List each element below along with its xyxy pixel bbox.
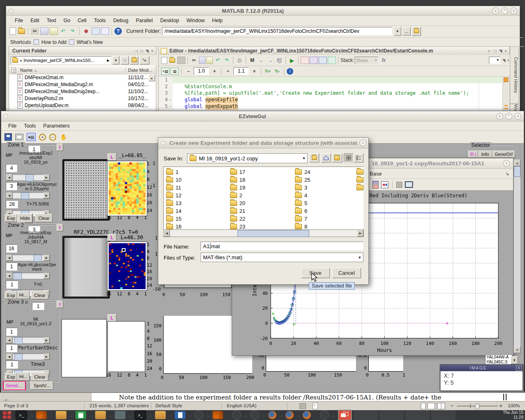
divide-icon[interactable]: ÷: [224, 68, 232, 75]
zoom-slider-thumb[interactable]: [475, 404, 479, 409]
step-icon[interactable]: [310, 57, 318, 64]
zone2-media-slider[interactable]: ◀▶: [6, 272, 50, 279]
path-dropdown-icon[interactable]: ▼: [394, 27, 401, 36]
paste-icon[interactable]: [50, 27, 58, 35]
folder-item-partial[interactable]: [356, 168, 363, 176]
pin-icon[interactable]: ⊢: [488, 49, 492, 53]
zone1-media-slider[interactable]: ◀▶: [6, 192, 50, 199]
matlab-menu-item[interactable]: Text: [43, 17, 60, 24]
close-icon[interactable]: X: [516, 365, 522, 371]
zone2-mp-value[interactable]: 16: [6, 244, 17, 253]
zone2-l-button[interactable]: L: [107, 234, 116, 241]
selector-gene-orf-button[interactable]: Gene/Orf: [492, 151, 515, 158]
taskbar-icon-circle[interactable]: [320, 411, 329, 420]
matlab-menu-item[interactable]: Desktop: [157, 17, 183, 24]
folder-item[interactable]: 11: [166, 184, 228, 192]
taskbar-icon-doc[interactable]: [175, 411, 185, 419]
zone1-media-value[interactable]: 3: [6, 182, 17, 190]
find-icon[interactable]: M: [248, 57, 256, 64]
zone3-media-value[interactable]: 1: [6, 344, 17, 352]
multiply-icon[interactable]: ×: [250, 68, 258, 75]
taskbar-icon-firefox[interactable]: [285, 411, 294, 419]
zone2-mp-slider[interactable]: ◀▶: [6, 254, 50, 261]
taskbar-icon-matlab[interactable]: [212, 411, 223, 419]
zoom-out-icon[interactable]: −: [450, 402, 454, 409]
zone3-mp-value[interactable]: 1: [6, 328, 17, 336]
file-name[interactable]: DMPexcel2mat.m: [23, 75, 128, 80]
file-name[interactable]: DoverlayPlots2.m: [23, 96, 128, 101]
cell-mode-combo[interactable]: ▼: [489, 57, 500, 64]
list-view-icon[interactable]: [354, 153, 363, 162]
scroll-up-icon[interactable]: ▲: [148, 75, 155, 81]
name-column-header[interactable]: Name: [16, 68, 33, 73]
zoom-in-icon[interactable]: +: [499, 402, 502, 409]
folder-item-partial[interactable]: [356, 176, 363, 184]
language-indicator[interactable]: English (USA): [227, 403, 256, 408]
maximize-icon[interactable]: ^: [501, 7, 508, 14]
folder-item[interactable]: 2: [230, 192, 292, 199]
file-row[interactable]: DpertsUploadDev.m 08/04/2...: [9, 102, 156, 109]
scrollbar-thumb[interactable]: [514, 166, 520, 177]
folder-item[interactable]: 4: [295, 192, 356, 199]
zone3-index-field[interactable]: 1: [32, 302, 44, 310]
copy-icon[interactable]: [40, 27, 48, 35]
zone3-media-slider[interactable]: ◀▶: [6, 353, 50, 360]
zone1-hide-button[interactable]: Hide: [17, 213, 33, 223]
folder-item[interactable]: 24: [295, 168, 356, 176]
matlab-menu-item[interactable]: Cell: [74, 17, 90, 24]
zone3-i-button[interactable]: I: [57, 301, 63, 308]
folder-item[interactable]: 7: [295, 215, 356, 223]
taskbar-icon-folder[interactable]: [56, 411, 66, 419]
copy-icon[interactable]: [199, 57, 205, 64]
matlab-menu-item[interactable]: Tools: [90, 17, 110, 24]
folder-item[interactable]: 5: [295, 199, 356, 207]
pan-hand-icon[interactable]: ✋: [59, 133, 68, 141]
cancel-button[interactable]: Cancel: [332, 268, 361, 278]
redo-icon[interactable]: ↷: [68, 27, 77, 35]
gene-list-dropdown-icon[interactable]: ▼: [511, 356, 518, 364]
new-folder-icon[interactable]: *: [332, 153, 342, 162]
taskbar-icon-matlab[interactable]: [36, 411, 47, 419]
zone1-mp-value[interactable]: 4: [6, 164, 17, 172]
paste-icon[interactable]: [206, 57, 213, 64]
print-icon[interactable]: ⎙: [235, 57, 244, 64]
breadcrumb-dropdown-icon[interactable]: ▼: [112, 56, 119, 64]
resize-corner-icon[interactable]: ↘: [505, 171, 513, 176]
zone2-hide-button[interactable]: Hi...: [17, 291, 30, 299]
ez-menu-item[interactable]: File: [5, 122, 20, 130]
matlab-menu-item[interactable]: Edit: [27, 17, 43, 24]
increase-icon[interactable]: +: [210, 68, 219, 75]
zone3-heatmap-empty[interactable]: [107, 321, 145, 372]
help-icon[interactable]: ?: [114, 27, 122, 35]
undock-icon[interactable]: ◥: [145, 49, 148, 53]
close-icon[interactable]: x: [514, 113, 521, 120]
folder-item[interactable]: 15: [166, 215, 228, 223]
shortcut-icon[interactable]: [69, 39, 74, 45]
cut-icon[interactable]: ✂: [190, 57, 198, 64]
zoom-out-icon[interactable]: −: [49, 134, 56, 141]
undo-icon[interactable]: ↶: [59, 27, 67, 35]
zoom-percent[interactable]: 100%: [508, 403, 520, 408]
guide-icon[interactable]: [91, 27, 100, 35]
taskbar-icon-imgview[interactable]: [338, 410, 352, 420]
close-icon[interactable]: x: [510, 7, 517, 14]
window-menu-icon[interactable]: [9, 9, 13, 13]
folder-item[interactable]: 13: [166, 199, 228, 207]
back-icon[interactable]: ←: [257, 57, 265, 64]
matlab-menu-item[interactable]: File: [11, 17, 27, 24]
matlab-menu-item[interactable]: Go: [60, 17, 74, 24]
zone3-l-button[interactable]: L: [107, 314, 116, 322]
how-to-add-link[interactable]: How to Add: [41, 39, 66, 45]
zone2-exp-button[interactable]: Exp: [5, 291, 17, 299]
zone3-plate-image-empty[interactable]: [62, 319, 107, 377]
folder-item[interactable]: 10: [166, 176, 228, 184]
selector-info-button[interactable]: Info: [478, 151, 492, 158]
selection-mode-icon[interactable]: [299, 403, 306, 409]
up-folder-icon[interactable]: [412, 27, 421, 36]
zone3-hide-button[interactable]: Hi...: [17, 372, 30, 381]
zone3-mp-slider[interactable]: ◀▶: [6, 337, 50, 344]
file-name[interactable]: DMPexcel2mat_MediaDrug2.m: [23, 82, 128, 87]
file-row[interactable]: DMPexcel2mat_MediaDrug2exp... 11/10/2...: [9, 88, 156, 95]
breadcrumb[interactable]: « InovImager_jwrCF_WINLinx150...▶: [11, 56, 111, 64]
word-count[interactable]: 215 words, 1,387 characters: [89, 403, 149, 408]
